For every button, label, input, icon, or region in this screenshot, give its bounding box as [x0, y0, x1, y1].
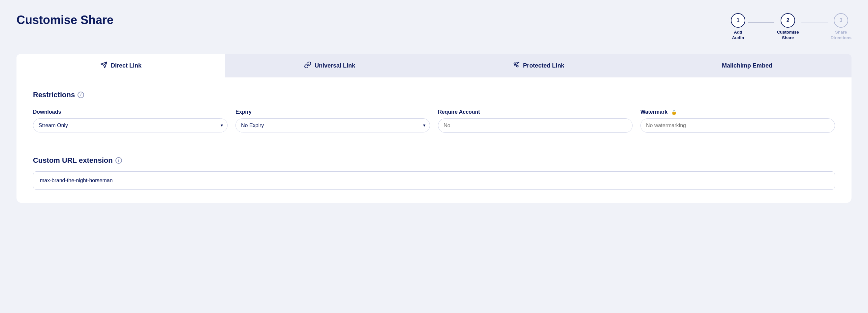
restrictions-section-title: Restrictions i — [33, 91, 835, 99]
expiry-select[interactable]: No Expiry 1 Day 7 Days 30 Days — [236, 118, 430, 133]
expiry-label: Expiry — [236, 109, 430, 115]
tab-mailchimp-embed[interactable]: Mailchimp Embed — [643, 54, 851, 77]
svg-point-3 — [517, 65, 519, 67]
downloads-select-wrapper: Stream Only Allow Downloads No Access ▾ — [33, 118, 227, 133]
page-header: Customise Share 1 AddAudio 2 CustomiseSh… — [17, 13, 851, 41]
watermark-input[interactable] — [641, 118, 835, 133]
expiry-select-wrapper: No Expiry 1 Day 7 Days 30 Days ▾ — [236, 118, 430, 133]
tab-protected-link-label: Protected Link — [523, 62, 564, 69]
step-connector-2 — [801, 22, 828, 23]
section-divider — [33, 146, 835, 146]
restrictions-info-icon[interactable]: i — [78, 92, 84, 98]
require-account-label: Require Account — [438, 109, 632, 115]
custom-url-info-icon[interactable]: i — [116, 157, 122, 164]
expiry-field: Expiry No Expiry 1 Day 7 Days 30 Days ▾ — [236, 109, 430, 133]
custom-url-input[interactable] — [33, 171, 835, 190]
step-1-label: AddAudio — [732, 30, 744, 41]
custom-url-section-title: Custom URL extension i — [33, 156, 835, 165]
tabs-container: Direct Link Universal Link Protected Lin… — [17, 54, 851, 77]
step-2-circle: 2 — [781, 13, 795, 28]
step-1-circle: 1 — [731, 13, 745, 28]
downloads-select[interactable]: Stream Only Allow Downloads No Access — [33, 118, 227, 133]
step-connector-1 — [748, 22, 774, 23]
tab-mailchimp-embed-label: Mailchimp Embed — [722, 62, 772, 69]
step-2: 2 CustomiseShare — [777, 13, 799, 41]
content-card: Restrictions i Downloads Stream Only All… — [17, 77, 851, 203]
downloads-field: Downloads Stream Only Allow Downloads No… — [33, 109, 227, 133]
stepper: 1 AddAudio 2 CustomiseShare 3 ShareDirec… — [731, 13, 851, 41]
step-3: 3 ShareDirections — [830, 13, 851, 41]
svg-point-2 — [514, 63, 516, 65]
step-1: 1 AddAudio — [731, 13, 745, 41]
direct-link-icon — [100, 61, 107, 70]
watermark-lock-icon: 🔒 — [671, 109, 677, 115]
tab-universal-link[interactable]: Universal Link — [225, 54, 434, 77]
tab-direct-link[interactable]: Direct Link — [17, 54, 225, 77]
protected-link-icon — [513, 61, 520, 70]
step-3-label: ShareDirections — [830, 30, 851, 41]
page-title: Customise Share — [17, 13, 114, 27]
restrictions-form-grid: Downloads Stream Only Allow Downloads No… — [33, 109, 835, 133]
restrictions-title-text: Restrictions — [33, 91, 75, 99]
require-account-field: Require Account — [438, 109, 632, 133]
step-2-label: CustomiseShare — [777, 30, 799, 41]
watermark-label: Watermark 🔒 — [641, 109, 835, 115]
tab-direct-link-label: Direct Link — [111, 62, 142, 69]
universal-link-icon — [304, 61, 311, 70]
downloads-label: Downloads — [33, 109, 227, 115]
step-3-circle: 3 — [834, 13, 848, 28]
tab-universal-link-label: Universal Link — [315, 62, 355, 69]
custom-url-title-text: Custom URL extension — [33, 156, 113, 165]
tab-protected-link[interactable]: Protected Link — [434, 54, 643, 77]
watermark-field: Watermark 🔒 — [641, 109, 835, 133]
require-account-input[interactable] — [438, 118, 632, 133]
